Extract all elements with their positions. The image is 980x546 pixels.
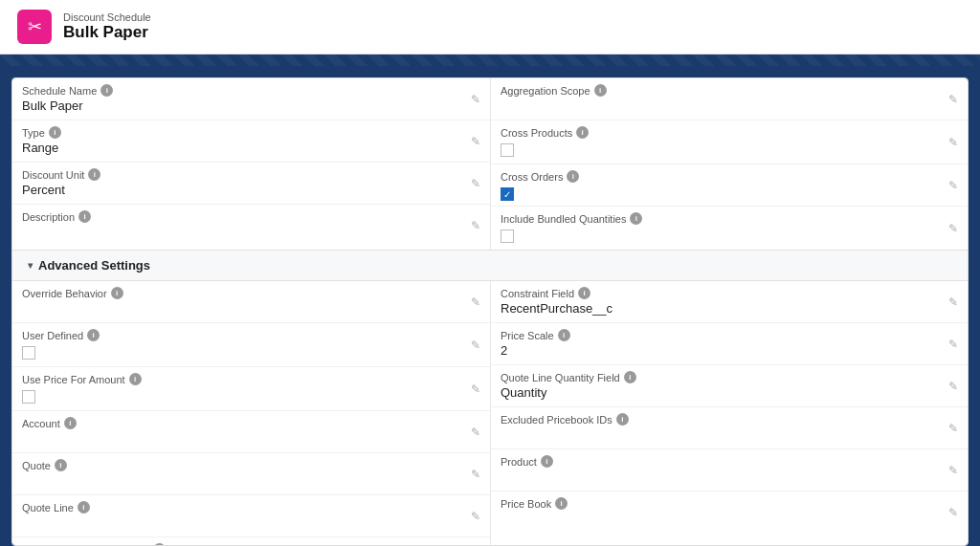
value-excluded-pricebook (501, 427, 958, 445)
edit-aggregation-scope[interactable]: ✎ (948, 93, 958, 106)
edit-quote[interactable]: ✎ (471, 468, 480, 481)
label-schedule-name: Schedule Name i (22, 84, 480, 97)
blue-band (0, 55, 980, 66)
edit-type[interactable]: ✎ (471, 135, 480, 148)
field-include-bundled: Include Bundled Quantities i ✎ (491, 207, 968, 250)
label-description: Description i (22, 210, 480, 223)
field-original-discount-schedule: Original Discount Schedule i ✎ (12, 537, 490, 546)
page-header: ✂ Discount Schedule Bulk Paper (0, 0, 980, 55)
info-price-scale[interactable]: i (558, 329, 570, 341)
edit-schedule-name[interactable]: ✎ (471, 93, 480, 106)
value-type: Range (22, 141, 480, 158)
info-override-behavior[interactable]: i (111, 287, 123, 299)
value-user-defined (22, 343, 480, 362)
value-use-price-for-amount (22, 387, 480, 406)
info-use-price-for-amount[interactable]: i (129, 373, 142, 385)
field-use-price-for-amount: Use Price For Amount i ✎ (12, 367, 490, 411)
top-form-grid: Schedule Name i Bulk Paper ✎ Type i Rang… (12, 78, 968, 250)
edit-discount-unit[interactable]: ✎ (471, 177, 480, 190)
label-discount-unit: Discount Unit i (22, 168, 480, 181)
info-description[interactable]: i (78, 210, 91, 223)
info-quote[interactable]: i (55, 459, 67, 471)
info-price-book[interactable]: i (555, 497, 568, 510)
label-quote-line: Quote Line i (22, 501, 480, 513)
value-cross-products (501, 141, 958, 160)
info-aggregation-scope[interactable]: i (594, 84, 607, 97)
label-aggregation-scope: Aggregation Scope i (501, 84, 958, 97)
field-price-book: Price Book i ✎ (491, 491, 968, 533)
label-use-price-for-amount: Use Price For Amount i (22, 373, 480, 385)
edit-constraint-field[interactable]: ✎ (948, 295, 958, 309)
field-quote: Quote i ✎ (12, 453, 490, 495)
info-include-bundled[interactable]: i (630, 212, 642, 225)
chevron-down-icon: ▾ (28, 260, 33, 271)
value-override-behavior (22, 301, 480, 318)
edit-include-bundled[interactable]: ✎ (948, 222, 958, 235)
field-schedule-name: Schedule Name i Bulk Paper ✎ (12, 78, 490, 120)
field-user-defined: User Defined i ✎ (12, 323, 490, 367)
info-cross-orders[interactable]: i (567, 170, 579, 183)
edit-quote-line-quantity[interactable]: ✎ (948, 380, 958, 393)
field-quote-line: Quote Line i ✎ (12, 495, 490, 537)
advanced-settings-header[interactable]: ▾ Advanced Settings (12, 250, 968, 281)
edit-account[interactable]: ✎ (471, 426, 480, 439)
edit-user-defined[interactable]: ✎ (471, 339, 480, 352)
edit-override-behavior[interactable]: ✎ (471, 295, 480, 309)
checkbox-include-bundled[interactable] (501, 229, 514, 243)
value-quote-line-quantity: Quantity (501, 385, 958, 403)
edit-price-scale[interactable]: ✎ (948, 338, 958, 351)
value-aggregation-scope (501, 98, 958, 116)
value-quote-line (22, 515, 480, 533)
value-include-bundled (501, 227, 958, 246)
edit-cross-orders[interactable]: ✎ (948, 179, 958, 192)
info-account[interactable]: i (64, 417, 77, 429)
label-account: Account i (22, 417, 480, 429)
value-constraint-field: RecentPurchase__c (501, 301, 958, 318)
label-quote: Quote i (22, 459, 480, 471)
label-price-scale: Price Scale i (501, 329, 958, 341)
info-type[interactable]: i (49, 126, 61, 139)
value-price-book (501, 512, 958, 529)
edit-description[interactable]: ✎ (471, 219, 480, 232)
checkbox-user-defined[interactable] (22, 346, 35, 360)
field-product: Product i ✎ (491, 449, 968, 491)
left-col-top: Schedule Name i Bulk Paper ✎ Type i Rang… (12, 78, 490, 250)
label-override-behavior: Override Behavior i (22, 287, 480, 299)
checkbox-use-price-for-amount[interactable] (22, 390, 35, 404)
edit-excluded-pricebook[interactable]: ✎ (948, 422, 958, 435)
checkbox-cross-products[interactable] (501, 143, 514, 157)
info-user-defined[interactable]: i (87, 329, 100, 341)
left-col-advanced: Override Behavior i ✎ User Defined i ✎ (12, 281, 490, 546)
field-constraint-field: Constraint Field i RecentPurchase__c ✎ (491, 281, 968, 323)
info-excluded-pricebook[interactable]: i (616, 413, 629, 426)
info-quote-line-quantity[interactable]: i (624, 371, 636, 383)
value-quote (22, 473, 480, 491)
field-override-behavior: Override Behavior i ✎ (12, 281, 490, 323)
label-cross-products: Cross Products i (501, 126, 958, 139)
label-constraint-field: Constraint Field i (501, 287, 958, 299)
field-cross-orders: Cross Orders i ✓ ✎ (491, 164, 968, 207)
info-discount-unit[interactable]: i (88, 168, 100, 181)
info-schedule-name[interactable]: i (100, 84, 113, 97)
info-cross-products[interactable]: i (576, 126, 589, 139)
value-product (501, 470, 958, 487)
edit-product[interactable]: ✎ (948, 464, 958, 477)
info-product[interactable]: i (541, 455, 553, 468)
edit-quote-line[interactable]: ✎ (471, 510, 480, 523)
value-schedule-name: Bulk Paper (22, 98, 480, 116)
field-description: Description i ✎ (12, 205, 490, 246)
info-quote-line[interactable]: i (78, 501, 90, 513)
edit-cross-products[interactable]: ✎ (948, 136, 958, 149)
label-cross-orders: Cross Orders i (501, 170, 958, 183)
checkbox-cross-orders[interactable]: ✓ (501, 187, 514, 201)
field-excluded-pricebook: Excluded Pricebook IDs i ✎ (491, 407, 968, 449)
info-constraint-field[interactable]: i (578, 287, 590, 299)
edit-price-book[interactable]: ✎ (948, 506, 958, 519)
value-description (22, 225, 480, 242)
edit-use-price-for-amount[interactable]: ✎ (471, 382, 480, 396)
label-excluded-pricebook: Excluded Pricebook IDs i (501, 413, 958, 426)
field-price-scale: Price Scale i 2 ✎ (491, 323, 968, 365)
advanced-form-grid: Override Behavior i ✎ User Defined i ✎ (12, 281, 968, 546)
field-cross-products: Cross Products i ✎ (491, 120, 968, 164)
right-col-advanced: Constraint Field i RecentPurchase__c ✎ P… (490, 281, 968, 546)
